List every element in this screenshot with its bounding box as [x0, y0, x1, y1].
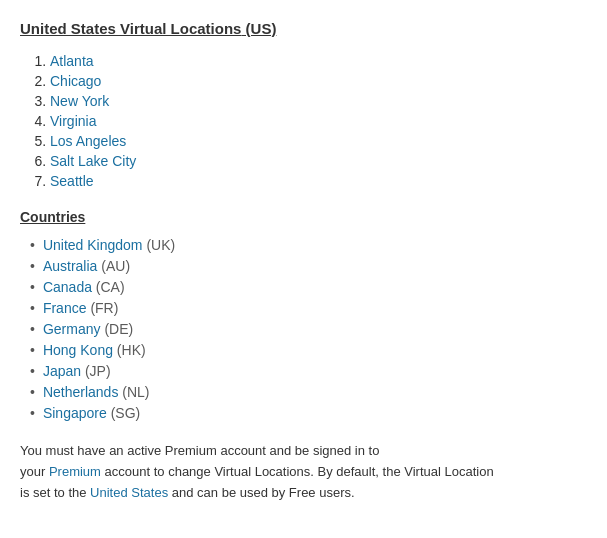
list-item: United Kingdom (UK) — [30, 237, 587, 253]
us-locations-list: AtlantaChicagoNew YorkVirginiaLos Angele… — [20, 53, 587, 189]
country-link[interactable]: Germany (DE) — [43, 321, 133, 337]
list-item: Australia (AU) — [30, 258, 587, 274]
footer-text-2: your — [20, 464, 45, 479]
title-suffix: (US) — [241, 20, 276, 37]
list-item: Virginia — [50, 113, 587, 129]
country-link[interactable]: United Kingdom (UK) — [43, 237, 175, 253]
footer-text-1: You must have an active Premium account … — [20, 443, 379, 458]
list-item: Los Angeles — [50, 133, 587, 149]
location-link[interactable]: Virginia — [50, 113, 96, 129]
countries-list: United Kingdom (UK)Australia (AU)Canada … — [20, 237, 587, 421]
page-title: United States Virtual Locations (US) — [20, 20, 587, 37]
footer-text-3: account to change Virtual Locations. By … — [105, 464, 494, 479]
location-link[interactable]: Seattle — [50, 173, 94, 189]
list-item: Chicago — [50, 73, 587, 89]
countries-heading: Countries — [20, 209, 587, 225]
countries-section: Countries United Kingdom (UK)Australia (… — [20, 209, 587, 421]
title-main: United States Virtual Locations — [20, 20, 241, 37]
footer-text-4: is set to the — [20, 485, 86, 500]
list-item: Netherlands (NL) — [30, 384, 587, 400]
footer-text: You must have an active Premium account … — [20, 441, 580, 503]
list-item: Germany (DE) — [30, 321, 587, 337]
location-link[interactable]: Salt Lake City — [50, 153, 136, 169]
country-link[interactable]: Singapore (SG) — [43, 405, 140, 421]
country-link[interactable]: Canada (CA) — [43, 279, 125, 295]
list-item: Seattle — [50, 173, 587, 189]
country-link[interactable]: Netherlands (NL) — [43, 384, 150, 400]
list-item: Hong Kong (HK) — [30, 342, 587, 358]
list-item: Japan (JP) — [30, 363, 587, 379]
footer-text-5: and can be used by Free users. — [172, 485, 355, 500]
country-link[interactable]: Hong Kong (HK) — [43, 342, 146, 358]
location-link[interactable]: New York — [50, 93, 109, 109]
list-item: Atlanta — [50, 53, 587, 69]
list-item: New York — [50, 93, 587, 109]
location-link[interactable]: Chicago — [50, 73, 101, 89]
country-link[interactable]: Japan (JP) — [43, 363, 111, 379]
location-link[interactable]: Los Angeles — [50, 133, 126, 149]
list-item: France (FR) — [30, 300, 587, 316]
country-link[interactable]: France (FR) — [43, 300, 118, 316]
list-item: Singapore (SG) — [30, 405, 587, 421]
location-link[interactable]: Atlanta — [50, 53, 94, 69]
country-link[interactable]: Australia (AU) — [43, 258, 130, 274]
premium-link[interactable]: Premium — [49, 464, 101, 479]
united-states-link[interactable]: United States — [90, 485, 168, 500]
list-item: Canada (CA) — [30, 279, 587, 295]
list-item: Salt Lake City — [50, 153, 587, 169]
